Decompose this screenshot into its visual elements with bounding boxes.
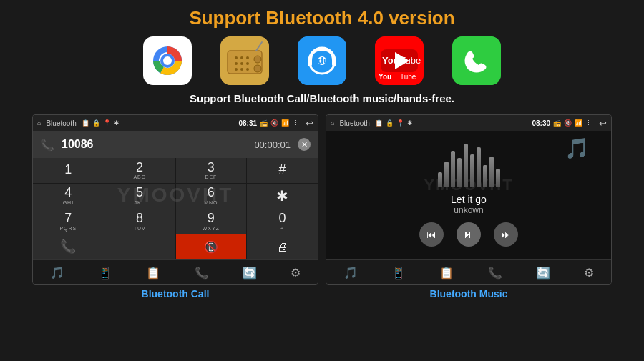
call-number: 10086 bbox=[62, 138, 247, 151]
call-nav-bookmark[interactable]: 📋 bbox=[146, 266, 160, 280]
call-status-icon1: 📋 bbox=[82, 119, 89, 127]
page-title: Support Bluetooth 4.0 version bbox=[189, 7, 454, 29]
svg-text:Tube: Tube bbox=[400, 73, 416, 81]
dial-key-fax[interactable]: 🖨 bbox=[247, 234, 318, 259]
svg-point-12 bbox=[240, 62, 243, 65]
call-close-btn[interactable]: ✕ bbox=[298, 138, 311, 151]
dial-key-8[interactable]: 8TUV bbox=[104, 209, 175, 234]
svg-rect-24 bbox=[332, 59, 336, 66]
track-artist: unkown bbox=[451, 205, 487, 215]
call-screen-container: ⌂ Bluetooth 📋 🔒 📍 ✱ 08:31 📻 🔇 📶 ⋮ ↩ YMOO… bbox=[32, 114, 318, 361]
call-status-bar: ⌂ Bluetooth 📋 🔒 📍 ✱ 08:31 📻 🔇 📶 ⋮ ↩ bbox=[33, 115, 318, 131]
call-screen: ⌂ Bluetooth 📋 🔒 📍 ✱ 08:31 📻 🔇 📶 ⋮ ↩ YMOO… bbox=[32, 114, 318, 285]
dial-key-star[interactable]: ✱ bbox=[247, 184, 318, 209]
dial-key-9[interactable]: 9WXYZ bbox=[176, 209, 247, 234]
svg-point-14 bbox=[235, 68, 238, 71]
eq-bar-7 bbox=[477, 147, 481, 187]
music-nav-bluetooth[interactable]: 📱 bbox=[391, 266, 406, 280]
call-phone-icon: 📞 bbox=[40, 138, 54, 152]
call-nav-settings[interactable]: ⚙ bbox=[291, 266, 301, 280]
next-btn[interactable]: ⏭ bbox=[494, 222, 518, 247]
prev-btn[interactable]: ⏮ bbox=[419, 222, 444, 247]
track-info: Let it go unkown bbox=[451, 194, 487, 215]
music-nav-settings[interactable]: ⚙ bbox=[584, 266, 594, 280]
svg-text:You: You bbox=[379, 73, 391, 81]
dial-key-3[interactable]: 3DEF bbox=[176, 158, 247, 183]
dialpad: 1 2ABC 3DEF # 4GHI 5JKL 6MNO ✱ 7PQRS 8TU… bbox=[33, 158, 318, 259]
music-status-icon3: 📍 bbox=[396, 119, 404, 127]
track-name: Let it go bbox=[451, 194, 487, 205]
dial-key-4[interactable]: 4GHI bbox=[33, 184, 104, 209]
music-content: YMOOVHT 🎵 bbox=[326, 131, 611, 259]
eq-bar-10 bbox=[496, 169, 500, 187]
top-section: Support Bluetooth 4.0 version bbox=[0, 0, 644, 114]
svg-point-10 bbox=[246, 56, 249, 59]
call-nav-phone[interactable]: 📞 bbox=[195, 266, 209, 280]
svg-point-5 bbox=[163, 56, 172, 65]
eq-bar-9 bbox=[489, 157, 494, 187]
music-home-btn[interactable]: ⌂ bbox=[331, 119, 334, 127]
call-screen-label: Bluetooth Call bbox=[142, 288, 210, 300]
music-nav-bookmark[interactable]: 📋 bbox=[439, 266, 454, 280]
call-status-icon6: 🔇 bbox=[270, 119, 278, 127]
music-nav-bar: 🎵 📱 📋 📞 🔄 ⚙ bbox=[326, 259, 611, 285]
svg-point-9 bbox=[240, 56, 243, 59]
music-screen: ⌂ Bluetooth 📋 🔒 📍 ✱ 08:30 📻 🔇 📶 ⋮ ↩ YMOO… bbox=[326, 114, 612, 285]
music-screen-label: Bluetooth Music bbox=[430, 288, 508, 300]
dial-key-7[interactable]: 7PQRS bbox=[33, 209, 104, 234]
call-bt-label: Bluetooth bbox=[46, 119, 76, 127]
app-icon-radio[interactable] bbox=[220, 36, 269, 85]
eq-bar-4 bbox=[457, 158, 462, 187]
music-status-icon6: 🔇 bbox=[564, 119, 572, 127]
call-nav-bluetooth[interactable]: 📱 bbox=[98, 266, 112, 280]
music-status-icon5: 📻 bbox=[553, 119, 561, 127]
app-icon-phone[interactable] bbox=[452, 36, 501, 85]
call-back-btn[interactable]: ↩ bbox=[306, 118, 313, 129]
music-nav-refresh[interactable]: 🔄 bbox=[536, 266, 550, 280]
music-back-btn[interactable]: ↩ bbox=[599, 118, 607, 129]
svg-point-8 bbox=[235, 56, 238, 59]
dial-key-end[interactable]: 📵 bbox=[176, 234, 247, 259]
eq-bar-5 bbox=[464, 144, 468, 187]
svg-text:You: You bbox=[382, 55, 399, 66]
music-status-icon4: ✱ bbox=[407, 119, 413, 127]
music-status-icon8: ⋮ bbox=[585, 119, 592, 127]
call-home-btn[interactable]: ⌂ bbox=[37, 119, 41, 127]
svg-point-11 bbox=[235, 62, 238, 65]
app-icon-youtube[interactable]: You Tube You Tube bbox=[375, 36, 424, 85]
dial-key-2[interactable]: 2ABC bbox=[104, 158, 175, 183]
eq-bar-8 bbox=[483, 165, 487, 187]
subtitle: Support Bluetooth Call/Bluetooth music/h… bbox=[190, 92, 454, 104]
svg-rect-23 bbox=[308, 59, 312, 66]
music-screen-container: ⌂ Bluetooth 📋 🔒 📍 ✱ 08:30 📻 🔇 📶 ⋮ ↩ YMOO… bbox=[326, 114, 612, 361]
app-icon-chrome[interactable] bbox=[143, 36, 192, 85]
call-content: YMOOVHT 📞 10086 00:00:01 ✕ 1 2ABC 3DEF #… bbox=[33, 131, 318, 259]
dial-key-1[interactable]: 1 bbox=[33, 158, 104, 183]
music-main: 🎵 Let it go unkown ⏮ ⏯ ⏭ bbox=[326, 131, 611, 259]
dial-key-empty1 bbox=[104, 234, 175, 259]
eq-bar-6 bbox=[470, 154, 474, 187]
svg-rect-33 bbox=[452, 36, 501, 85]
dial-key-phone[interactable]: 📞 bbox=[33, 234, 104, 259]
play-btn[interactable]: ⏯ bbox=[457, 222, 481, 247]
app-icons-row: du You Tube You Tube bbox=[143, 36, 501, 85]
call-status-icon4: ✱ bbox=[114, 119, 119, 127]
dial-key-5[interactable]: 5JKL bbox=[104, 184, 175, 209]
call-nav-music[interactable]: 🎵 bbox=[50, 266, 64, 280]
svg-point-17 bbox=[254, 56, 261, 63]
call-status-icon3: 📍 bbox=[103, 119, 111, 127]
music-nav-music[interactable]: 🎵 bbox=[343, 266, 358, 280]
dial-key-0[interactable]: 0+ bbox=[247, 209, 318, 234]
music-controls: ⏮ ⏯ ⏭ bbox=[419, 222, 518, 247]
dial-key-hash[interactable]: # bbox=[247, 158, 318, 183]
equalizer bbox=[438, 144, 500, 187]
svg-point-18 bbox=[254, 65, 261, 72]
call-nav-bar: 🎵 📱 📋 📞 🔄 ⚙ bbox=[33, 259, 318, 285]
svg-text:du: du bbox=[318, 55, 329, 66]
svg-point-16 bbox=[246, 68, 249, 71]
app-icon-baidu[interactable]: du bbox=[298, 36, 346, 85]
music-bt-label: Bluetooth bbox=[339, 119, 369, 127]
dial-key-6[interactable]: 6MNO bbox=[176, 184, 247, 209]
call-nav-refresh[interactable]: 🔄 bbox=[243, 266, 257, 280]
music-nav-phone[interactable]: 📞 bbox=[488, 266, 502, 280]
